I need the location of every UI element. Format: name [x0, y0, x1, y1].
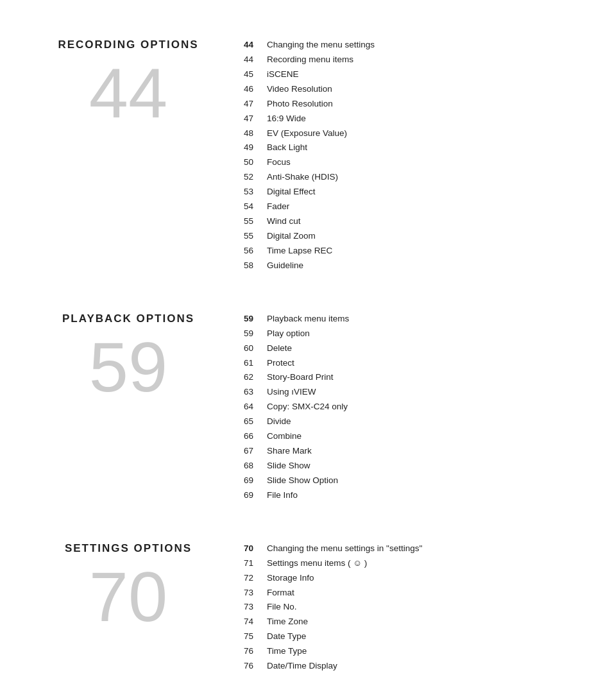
toc-entry-num: 66	[244, 430, 267, 443]
section-settings-title: SETTINGS OPTIONS	[65, 542, 192, 555]
toc-entry: 69Slide Show Option	[244, 474, 574, 488]
section-settings-number: 70	[89, 561, 167, 632]
section-playback-number: 59	[89, 332, 167, 402]
toc-entry: 56Time Lapse REC	[244, 244, 574, 258]
toc-entry: 46Video Resolution	[244, 83, 574, 96]
toc-entry: 66Combine	[244, 430, 574, 443]
toc-entry-num: 53	[244, 185, 267, 199]
toc-entry: 48EV (Exposure Value)	[244, 127, 574, 141]
section-playback-title: PLAYBACK OPTIONS	[62, 312, 194, 325]
toc-entry-label: Video Resolution	[267, 83, 332, 96]
section-recording: RECORDING OPTIONS4444Changing the menu s…	[38, 38, 574, 274]
section-recording-title: RECORDING OPTIONS	[58, 38, 198, 51]
toc-entry-label: Fader	[267, 200, 289, 214]
toc-entry: 47Photo Resolution	[244, 98, 574, 111]
toc-entry: 59Playback menu items	[244, 312, 574, 326]
toc-entry-num: 47	[244, 112, 267, 126]
toc-entry: 53Digital Effect	[244, 185, 574, 199]
toc-entry: 70Changing the menu settings in "setting…	[244, 542, 574, 556]
toc-entry: 72Storage Info	[244, 572, 574, 585]
section-recording-toc: 44Changing the menu settings44Recording …	[218, 38, 574, 274]
toc-entry-num: 44	[244, 53, 267, 67]
toc-entry-num: 73	[244, 586, 267, 600]
toc-entry-label: 16:9 Wide	[267, 112, 306, 126]
toc-entry-label: Changing the menu settings	[267, 38, 375, 52]
toc-entry-num: 50	[244, 156, 267, 169]
toc-entry-num: 63	[244, 386, 267, 399]
toc-entry-label: Photo Resolution	[267, 98, 333, 111]
toc-entry-num: 44	[244, 38, 267, 52]
toc-entry-num: 59	[244, 327, 267, 341]
toc-entry: 76Date/Time Display	[244, 660, 574, 673]
toc-entry-num: 76	[244, 645, 267, 658]
toc-entry-num: 72	[244, 572, 267, 585]
toc-entry: 55Wind cut	[244, 215, 574, 228]
toc-entry-label: Divide	[267, 415, 291, 429]
toc-entry-num: 47	[244, 98, 267, 111]
toc-entry-label: Story-Board Print	[267, 371, 334, 384]
toc-entry-label: Delete	[267, 342, 292, 355]
toc-entry: 4716:9 Wide	[244, 112, 574, 126]
toc-entry-label: Changing the menu settings in "settings"	[267, 542, 422, 556]
toc-entry: 65Divide	[244, 415, 574, 429]
toc-entry: 58Guideline	[244, 259, 574, 273]
toc-entry-label: Back Light	[267, 141, 307, 155]
toc-entry-num: 71	[244, 557, 267, 570]
toc-entry: 62Story-Board Print	[244, 371, 574, 384]
toc-entry: 44Changing the menu settings	[244, 38, 574, 52]
toc-entry: 73Format	[244, 586, 574, 600]
toc-entry-label: Digital Effect	[267, 185, 316, 199]
toc-entry: 73File No.	[244, 601, 574, 614]
toc-entry-num: 55	[244, 215, 267, 228]
toc-entry: 49Back Light	[244, 141, 574, 155]
toc-entry: 54Fader	[244, 200, 574, 214]
toc-entry: 50Focus	[244, 156, 574, 169]
toc-entry-label: Slide Show Option	[267, 474, 338, 488]
toc-entry-label: Wind cut	[267, 215, 301, 228]
toc-entry-num: 59	[244, 312, 267, 326]
toc-entry-num: 61	[244, 357, 267, 370]
toc-entry: 71Settings menu items ( ☺ )	[244, 557, 574, 570]
toc-entry: 74Time Zone	[244, 615, 574, 629]
toc-entry-label: Focus	[267, 156, 291, 169]
toc-entry: 52Anti-Shake (HDIS)	[244, 171, 574, 184]
toc-entry-num: 68	[244, 459, 267, 473]
toc-entry-num: 70	[244, 542, 267, 556]
toc-entry: 68Slide Show	[244, 459, 574, 473]
toc-entry-label: File Info	[267, 489, 298, 502]
section-playback-left: PLAYBACK OPTIONS59	[38, 312, 218, 504]
toc-entry-num: 76	[244, 660, 267, 673]
toc-entry-num: 49	[244, 141, 267, 155]
toc-entry-num: 45	[244, 68, 267, 81]
toc-entry-label: File No.	[267, 601, 297, 614]
toc-entry-label: Slide Show	[267, 459, 310, 473]
toc-entry: 59Play option	[244, 327, 574, 341]
toc-entry-label: Playback menu items	[267, 312, 349, 326]
toc-entry: 67Share Mark	[244, 445, 574, 458]
toc-entry-label: Date/Time Display	[267, 660, 337, 673]
toc-entry-label: Settings menu items ( ☺ )	[267, 557, 367, 570]
toc-entry-num: 62	[244, 371, 267, 384]
toc-entry-num: 65	[244, 415, 267, 429]
section-recording-left: RECORDING OPTIONS44	[38, 38, 218, 274]
section-recording-number: 44	[89, 58, 167, 128]
toc-entry-label: Storage Info	[267, 572, 314, 585]
toc-entry-num: 48	[244, 127, 267, 141]
toc-entry-label: Anti-Shake (HDIS)	[267, 171, 338, 184]
toc-entry: 44Recording menu items	[244, 53, 574, 67]
toc-entry-num: 74	[244, 615, 267, 629]
toc-entry-num: 69	[244, 489, 267, 502]
section-playback-toc: 59Playback menu items59Play option60Dele…	[218, 312, 574, 504]
toc-entry-label: Using ıVIEW	[267, 386, 316, 399]
toc-entry: 69File Info	[244, 489, 574, 502]
toc-entry-num: 60	[244, 342, 267, 355]
toc-entry: 75Date Type	[244, 630, 574, 644]
toc-entry-num: 56	[244, 244, 267, 258]
toc-entry: 76Time Type	[244, 645, 574, 658]
toc-entry-label: Time Type	[267, 645, 307, 658]
toc-entry-label: Time Zone	[267, 615, 308, 629]
toc-entry-label: Time Lapse REC	[267, 244, 332, 258]
section-settings: SETTINGS OPTIONS7070Changing the menu se…	[38, 542, 574, 674]
toc-entry-label: Copy: SMX-C24 only	[267, 400, 348, 414]
toc-entry-label: Digital Zoom	[267, 230, 316, 243]
